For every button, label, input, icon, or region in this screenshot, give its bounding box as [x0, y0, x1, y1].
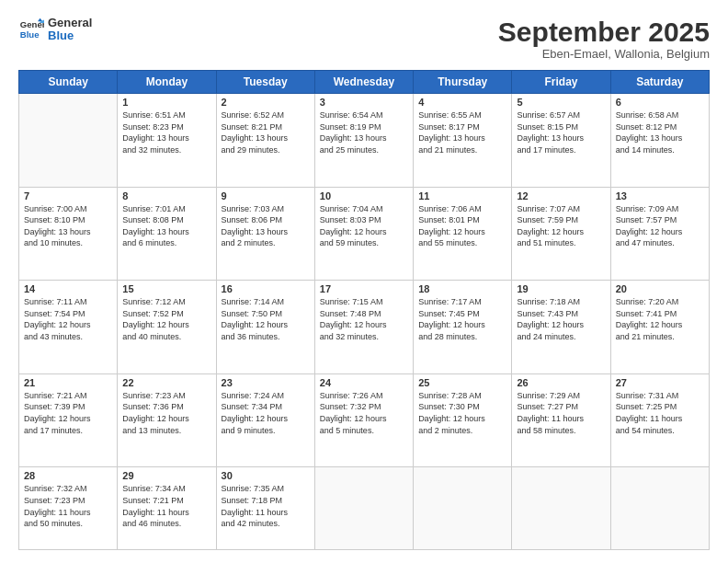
- day-info: Sunrise: 7:04 AM Sunset: 8:03 PM Dayligh…: [320, 203, 408, 249]
- day-info: Sunrise: 7:03 AM Sunset: 8:06 PM Dayligh…: [222, 203, 310, 249]
- calendar-week-4: 21Sunrise: 7:21 AM Sunset: 7:39 PM Dayli…: [19, 373, 710, 467]
- day-info: Sunrise: 7:32 AM Sunset: 7:23 PM Dayligh…: [24, 483, 112, 529]
- weekday-header-saturday: Saturday: [610, 71, 709, 94]
- calendar-cell: 10Sunrise: 7:04 AM Sunset: 8:03 PM Dayli…: [314, 187, 413, 281]
- calendar-cell: 2Sunrise: 6:52 AM Sunset: 8:21 PM Daylig…: [216, 94, 314, 188]
- day-number: 21: [24, 377, 112, 388]
- weekday-header-thursday: Thursday: [414, 71, 512, 94]
- calendar-cell: 24Sunrise: 7:26 AM Sunset: 7:32 PM Dayli…: [314, 373, 413, 467]
- day-number: 4: [418, 97, 506, 108]
- calendar-cell: 8Sunrise: 7:01 AM Sunset: 8:08 PM Daylig…: [118, 187, 216, 281]
- calendar-cell: 17Sunrise: 7:15 AM Sunset: 7:48 PM Dayli…: [314, 281, 413, 374]
- day-info: Sunrise: 7:11 AM Sunset: 7:54 PM Dayligh…: [24, 296, 112, 342]
- title-block: September 2025 Eben-Emael, Wallonia, Bel…: [498, 17, 710, 61]
- day-number: 3: [320, 97, 408, 108]
- calendar-cell: 20Sunrise: 7:20 AM Sunset: 7:41 PM Dayli…: [610, 281, 709, 374]
- calendar-cell: 23Sunrise: 7:24 AM Sunset: 7:34 PM Dayli…: [216, 373, 314, 467]
- calendar-cell: 9Sunrise: 7:03 AM Sunset: 8:06 PM Daylig…: [216, 187, 314, 281]
- day-number: 25: [418, 377, 506, 388]
- day-info: Sunrise: 6:55 AM Sunset: 8:17 PM Dayligh…: [418, 109, 506, 155]
- day-info: Sunrise: 7:21 AM Sunset: 7:39 PM Dayligh…: [24, 390, 112, 436]
- day-info: Sunrise: 7:07 AM Sunset: 7:59 PM Dayligh…: [517, 203, 605, 249]
- calendar-cell: 11Sunrise: 7:06 AM Sunset: 8:01 PM Dayli…: [414, 187, 512, 281]
- day-number: 23: [222, 377, 310, 388]
- day-number: 30: [222, 470, 310, 481]
- day-info: Sunrise: 6:51 AM Sunset: 8:23 PM Dayligh…: [122, 109, 210, 155]
- calendar-cell: 12Sunrise: 7:07 AM Sunset: 7:59 PM Dayli…: [512, 187, 610, 281]
- day-info: Sunrise: 7:14 AM Sunset: 7:50 PM Dayligh…: [222, 296, 310, 342]
- day-number: 5: [517, 97, 605, 108]
- calendar-cell: 14Sunrise: 7:11 AM Sunset: 7:54 PM Dayli…: [19, 281, 118, 374]
- day-number: 7: [24, 190, 112, 201]
- calendar-week-3: 14Sunrise: 7:11 AM Sunset: 7:54 PM Dayli…: [19, 281, 710, 374]
- day-number: 29: [122, 470, 210, 481]
- day-info: Sunrise: 7:29 AM Sunset: 7:27 PM Dayligh…: [517, 390, 605, 436]
- calendar-cell: [414, 467, 512, 550]
- calendar-cell: [610, 467, 709, 550]
- day-info: Sunrise: 7:28 AM Sunset: 7:30 PM Dayligh…: [418, 390, 506, 436]
- day-info: Sunrise: 7:18 AM Sunset: 7:43 PM Dayligh…: [517, 296, 605, 342]
- calendar-table: SundayMondayTuesdayWednesdayThursdayFrid…: [18, 70, 710, 550]
- day-number: 13: [616, 190, 704, 201]
- day-info: Sunrise: 7:26 AM Sunset: 7:32 PM Dayligh…: [320, 390, 408, 436]
- calendar-cell: [512, 467, 610, 550]
- calendar-cell: 19Sunrise: 7:18 AM Sunset: 7:43 PM Dayli…: [512, 281, 610, 374]
- calendar-cell: 16Sunrise: 7:14 AM Sunset: 7:50 PM Dayli…: [216, 281, 314, 374]
- calendar-cell: 7Sunrise: 7:00 AM Sunset: 8:10 PM Daylig…: [19, 187, 118, 281]
- day-number: 20: [616, 283, 704, 294]
- day-number: 24: [320, 377, 408, 388]
- logo: General Blue General Blue: [18, 17, 92, 43]
- weekday-header-monday: Monday: [118, 71, 216, 94]
- day-number: 22: [122, 377, 210, 388]
- day-info: Sunrise: 7:12 AM Sunset: 7:52 PM Dayligh…: [122, 296, 210, 342]
- calendar-cell: 4Sunrise: 6:55 AM Sunset: 8:17 PM Daylig…: [414, 94, 512, 188]
- weekday-header-tuesday: Tuesday: [216, 71, 314, 94]
- main-title: September 2025: [498, 17, 710, 47]
- calendar-cell: 15Sunrise: 7:12 AM Sunset: 7:52 PM Dayli…: [118, 281, 216, 374]
- day-info: Sunrise: 7:09 AM Sunset: 7:57 PM Dayligh…: [616, 203, 704, 249]
- day-info: Sunrise: 7:35 AM Sunset: 7:18 PM Dayligh…: [222, 483, 310, 529]
- day-info: Sunrise: 6:54 AM Sunset: 8:19 PM Dayligh…: [320, 109, 408, 155]
- day-info: Sunrise: 7:24 AM Sunset: 7:34 PM Dayligh…: [222, 390, 310, 436]
- day-info: Sunrise: 7:06 AM Sunset: 8:01 PM Dayligh…: [418, 203, 506, 249]
- day-info: Sunrise: 7:34 AM Sunset: 7:21 PM Dayligh…: [122, 483, 210, 529]
- svg-text:Blue: Blue: [20, 29, 40, 40]
- calendar-cell: 30Sunrise: 7:35 AM Sunset: 7:18 PM Dayli…: [216, 467, 314, 550]
- day-info: Sunrise: 7:17 AM Sunset: 7:45 PM Dayligh…: [418, 296, 506, 342]
- day-info: Sunrise: 6:52 AM Sunset: 8:21 PM Dayligh…: [222, 109, 310, 155]
- day-number: 12: [517, 190, 605, 201]
- calendar-cell: 26Sunrise: 7:29 AM Sunset: 7:27 PM Dayli…: [512, 373, 610, 467]
- calendar-cell: 25Sunrise: 7:28 AM Sunset: 7:30 PM Dayli…: [414, 373, 512, 467]
- day-number: 11: [418, 190, 506, 201]
- calendar-week-2: 7Sunrise: 7:00 AM Sunset: 8:10 PM Daylig…: [19, 187, 710, 281]
- calendar-cell: 1Sunrise: 6:51 AM Sunset: 8:23 PM Daylig…: [118, 94, 216, 188]
- calendar-cell: [314, 467, 413, 550]
- day-info: Sunrise: 7:31 AM Sunset: 7:25 PM Dayligh…: [616, 390, 704, 436]
- weekday-header-friday: Friday: [512, 71, 610, 94]
- day-number: 17: [320, 283, 408, 294]
- page: General Blue General Blue September 2025…: [0, 0, 728, 563]
- day-number: 19: [517, 283, 605, 294]
- calendar-week-1: 1Sunrise: 6:51 AM Sunset: 8:23 PM Daylig…: [19, 94, 710, 188]
- calendar-cell: 28Sunrise: 7:32 AM Sunset: 7:23 PM Dayli…: [19, 467, 118, 550]
- day-info: Sunrise: 7:20 AM Sunset: 7:41 PM Dayligh…: [616, 296, 704, 342]
- calendar-cell: 3Sunrise: 6:54 AM Sunset: 8:19 PM Daylig…: [314, 94, 413, 188]
- calendar-week-5: 28Sunrise: 7:32 AM Sunset: 7:23 PM Dayli…: [19, 467, 710, 550]
- calendar-cell: 13Sunrise: 7:09 AM Sunset: 7:57 PM Dayli…: [610, 187, 709, 281]
- header: General Blue General Blue September 2025…: [18, 17, 710, 61]
- calendar-cell: 29Sunrise: 7:34 AM Sunset: 7:21 PM Dayli…: [118, 467, 216, 550]
- day-number: 27: [616, 377, 704, 388]
- calendar-cell: 6Sunrise: 6:58 AM Sunset: 8:12 PM Daylig…: [610, 94, 709, 188]
- day-number: 9: [222, 190, 310, 201]
- day-info: Sunrise: 7:15 AM Sunset: 7:48 PM Dayligh…: [320, 296, 408, 342]
- day-info: Sunrise: 7:01 AM Sunset: 8:08 PM Dayligh…: [122, 203, 210, 249]
- subtitle: Eben-Emael, Wallonia, Belgium: [498, 47, 710, 61]
- calendar-cell: [19, 94, 118, 188]
- weekday-header-row: SundayMondayTuesdayWednesdayThursdayFrid…: [19, 71, 710, 94]
- day-number: 8: [122, 190, 210, 201]
- day-info: Sunrise: 6:57 AM Sunset: 8:15 PM Dayligh…: [517, 109, 605, 155]
- day-number: 2: [222, 97, 310, 108]
- day-number: 16: [222, 283, 310, 294]
- calendar-cell: 27Sunrise: 7:31 AM Sunset: 7:25 PM Dayli…: [610, 373, 709, 467]
- logo-line1: General: [48, 17, 92, 29]
